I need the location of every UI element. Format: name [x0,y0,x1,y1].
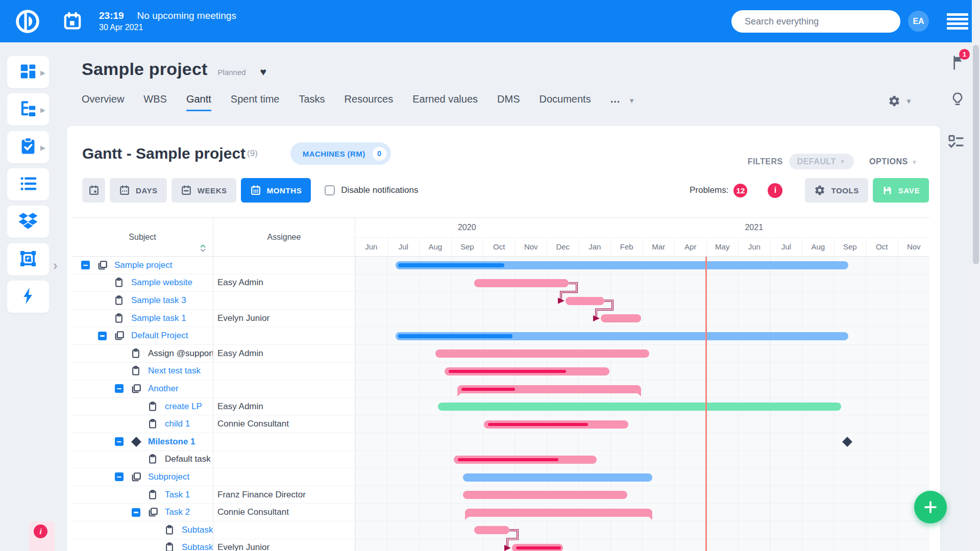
scale-months-button[interactable]: MONTHS [241,178,311,203]
status-badge: Planned [218,68,246,77]
tab-documents[interactable]: Documents [540,93,591,111]
info-icon[interactable]: i [768,183,782,198]
subject-cell: Milestone 1 [72,433,213,450]
subject-link[interactable]: Sample task 3 [131,295,186,306]
tab-spent-time[interactable]: Spent time [231,93,280,111]
gantt-bar[interactable] [457,385,641,393]
app-logo-icon[interactable] [14,8,41,35]
subject-link[interactable]: Sample website [131,278,192,288]
sidebar-item-wbs-tree[interactable]: ▶ [7,93,49,126]
disable-notifications-checkbox[interactable]: Disable notifications [325,185,418,195]
gantt-bar[interactable] [474,526,509,534]
gantt-bar[interactable] [463,491,627,499]
sort-icon[interactable] [200,244,206,252]
gantt-bar-progress [458,458,558,461]
tab-dms[interactable]: DMS [497,93,520,111]
subject-link[interactable]: Task 2 [165,507,190,517]
filters-label[interactable]: FILTERS [748,157,783,166]
subject-link[interactable]: Sample project [114,260,172,270]
collapse-minus-icon[interactable] [115,472,124,481]
sidebar-item-dropbox[interactable] [7,206,49,238]
filters-default-pill[interactable]: DEFAULT▼ [789,154,854,169]
menu-icon[interactable] [947,13,968,30]
checklist-icon[interactable] [947,134,965,152]
collapse-minus-icon[interactable] [115,437,124,446]
collapse-minus-icon[interactable] [98,332,107,340]
tab-resources[interactable]: Resources [345,93,394,111]
subject-link[interactable]: Assign @support [148,348,213,359]
assignee-cell: Franz Finance Director [213,486,355,504]
scale-weeks-button[interactable]: WEEKS [172,178,236,203]
avatar[interactable]: EA [908,11,929,32]
subject-link[interactable]: Subtask [182,525,213,535]
checkbox-label: Disable notifications [341,185,418,195]
gantt-bar[interactable] [396,332,848,340]
gantt-milestone-marker[interactable] [842,437,852,447]
year-label: 2021 [579,223,930,232]
scale-days-button[interactable]: DAYS [110,178,167,203]
favorite-heart-icon[interactable]: ♥ [260,66,266,78]
month-label: Jun [738,238,770,257]
gantt-bar[interactable] [454,456,597,464]
column-header-assignee[interactable]: Assignee [213,218,355,256]
problems-count-badge[interactable]: 12 [733,184,747,197]
subject-link[interactable]: Sample task 1 [131,313,186,323]
save-button[interactable]: SAVE [873,178,929,203]
collapse-minus-icon[interactable] [132,508,140,517]
tab-earned-values[interactable]: Earned values [412,93,478,111]
gantt-bar[interactable] [484,420,628,429]
gantt-bar-progress [398,334,512,338]
help-info-button[interactable]: i [34,524,47,538]
gantt-bar[interactable] [445,367,609,375]
subject-link[interactable]: child 1 [165,419,190,429]
column-header-subject[interactable]: Subject [72,218,213,256]
tabs-more-caret-icon[interactable]: ▼ [628,97,635,108]
gantt-bar[interactable] [435,349,649,358]
gantt-bar[interactable] [512,544,563,551]
subject-link[interactable]: Default task [165,454,211,464]
sidebar-expand-icon[interactable]: › [53,258,58,273]
search-input[interactable] [731,10,900,33]
project-settings-control[interactable]: ▼ [888,95,912,107]
subject-link[interactable]: Subtask [182,542,213,551]
sidebar-item-quick-actions[interactable] [7,281,49,313]
sidebar-item-tasks[interactable]: ▶ [7,131,49,163]
tools-button[interactable]: TOOLS [805,178,868,203]
tab-wbs[interactable]: WBS [143,93,167,111]
gantt-bar[interactable] [474,279,569,287]
top-bar: 23:19No upcoming meetings 30 Apr 2021 EA [0,0,980,42]
subject-link[interactable]: Subproject [148,472,189,482]
calendar-range-button[interactable] [82,178,105,203]
gantt-bar[interactable] [396,261,848,269]
gantt-bar[interactable] [465,509,652,517]
subject-link[interactable]: Default Project [131,331,188,341]
flag-count-badge[interactable]: 1 [959,49,970,60]
tab-gantt[interactable]: Gantt [186,93,211,111]
collapse-minus-icon[interactable] [81,261,90,269]
tab--[interactable]: ... [610,93,621,111]
calendar-icon[interactable] [62,11,83,32]
sidebar-item-dashboard[interactable]: ▶ [7,56,49,88]
options-label[interactable]: OPTIONS▼ [869,157,918,166]
checkbox-box[interactable] [325,185,335,195]
vertical-scrollbar[interactable] [972,0,980,551]
sidebar-item-list[interactable] [7,168,49,201]
scrollbar-thumb[interactable] [973,45,979,264]
lightbulb-icon[interactable] [950,92,965,110]
tab-tasks[interactable]: Tasks [299,93,325,111]
gantt-bar[interactable] [566,297,604,305]
gantt-bar[interactable] [463,473,652,482]
collapse-minus-icon[interactable] [115,384,124,393]
subject-link[interactable]: Next test task [148,366,201,376]
gantt-bar[interactable] [601,314,641,322]
resource-filter-badge[interactable]: MACHINES (RM) 0 [290,142,391,165]
add-task-button[interactable] [914,491,947,523]
sidebar-item-artboard[interactable] [7,243,49,276]
subject-link[interactable]: create LP [165,402,202,412]
subject-link[interactable]: Another [148,384,179,394]
gantt-bar[interactable] [438,403,841,411]
subject-cell: Sample task 1 [72,310,213,327]
subject-link[interactable]: Task 1 [165,490,190,500]
tab-overview[interactable]: Overview [82,93,124,111]
subject-link[interactable]: Milestone 1 [148,437,195,447]
